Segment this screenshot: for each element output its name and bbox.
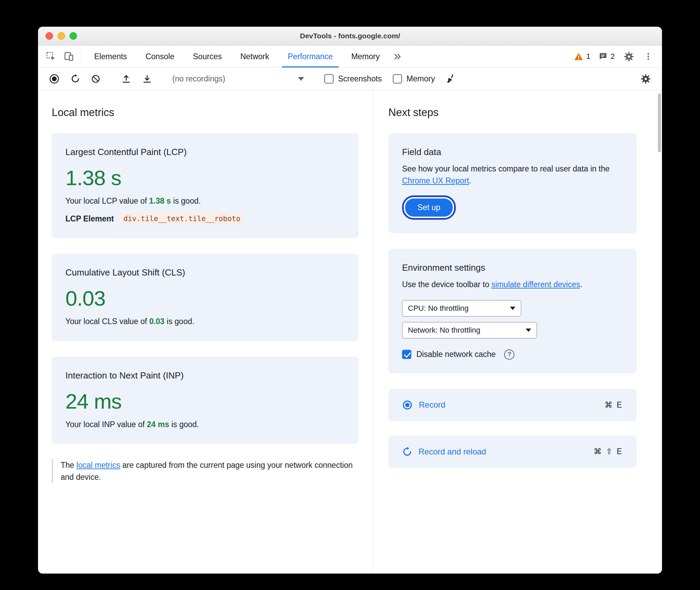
clear-button[interactable] xyxy=(87,74,104,84)
setup-button-focus-ring: Set up xyxy=(402,195,456,220)
memory-checkbox[interactable] xyxy=(393,74,402,84)
cpu-throttle-value: CPU: No throttling xyxy=(408,304,468,313)
record-row[interactable]: Record ⌘ E xyxy=(388,389,637,421)
block-icon xyxy=(91,74,100,84)
lcp-value: 1.38 s xyxy=(65,166,345,190)
warnings-button[interactable]: 1 xyxy=(571,52,593,61)
chevron-down-icon xyxy=(510,307,515,310)
record-and-reload-row[interactable]: Record and reload ⌘ ⇧ E xyxy=(388,436,637,468)
simulate-devices-link[interactable]: simulate different devices xyxy=(491,280,580,289)
device-toolbar-button[interactable] xyxy=(60,46,78,67)
screenshots-label: Screenshots xyxy=(338,74,382,84)
tab-sources[interactable]: Sources xyxy=(184,46,231,67)
lcp-element-link[interactable]: div.tile__text.tile__roboto xyxy=(120,213,243,225)
environment-settings-description: Use the device toolbar to simulate diffe… xyxy=(402,279,616,291)
disable-cache-label: Disable network cache xyxy=(416,350,496,359)
issues-button[interactable]: 2 xyxy=(596,52,618,61)
broom-icon xyxy=(446,74,456,84)
lcp-element-row: LCP Element div.tile__text.tile__roboto xyxy=(65,213,345,225)
cls-value: 0.03 xyxy=(65,286,345,310)
cls-title: Cumulative Layout Shift (CLS) xyxy=(65,267,345,278)
performance-toolbar: (no recordings) Screenshots Memory xyxy=(38,68,662,90)
download-icon xyxy=(142,74,152,84)
local-metrics-note: The local metrics are captured from the … xyxy=(52,459,359,483)
collect-garbage-button[interactable] xyxy=(442,74,460,84)
chrome-ux-report-link[interactable]: Chrome UX Report xyxy=(402,176,469,185)
tab-elements[interactable]: Elements xyxy=(85,46,136,67)
lcp-description: Your local LCP value of 1.38 s is good. xyxy=(65,195,345,207)
tab-console[interactable]: Console xyxy=(136,46,184,67)
record-radio-icon xyxy=(402,400,413,410)
inp-card: Interaction to Next Paint (INP) 24 ms Yo… xyxy=(52,357,359,444)
record-icon xyxy=(49,74,60,84)
record-button[interactable] xyxy=(45,74,64,84)
local-metrics-pane: Local metrics Largest Contentful Paint (… xyxy=(38,90,373,574)
recordings-select-value: (no recordings) xyxy=(172,74,225,84)
chevron-double-right-icon xyxy=(393,52,402,61)
reload-icon xyxy=(402,447,412,457)
memory-option[interactable]: Memory xyxy=(389,74,439,84)
window-title: DevTools - fonts.google.com/ xyxy=(300,32,400,40)
network-throttle-select[interactable]: Network: No throttling xyxy=(402,322,537,338)
inp-value: 24 ms xyxy=(65,389,345,413)
tab-memory[interactable]: Memory xyxy=(342,46,389,67)
device-toolbar-icon xyxy=(64,51,74,62)
save-profile-button[interactable] xyxy=(138,74,156,84)
recordings-select[interactable]: (no recordings) xyxy=(169,74,308,84)
minimize-window-button[interactable] xyxy=(58,32,65,40)
reload-icon xyxy=(71,74,80,84)
devtools-window: DevTools - fonts.google.com/ Elements C xyxy=(38,27,662,574)
local-metrics-heading: Local metrics xyxy=(52,106,359,119)
setup-button[interactable]: Set up xyxy=(405,198,453,217)
inspect-button[interactable] xyxy=(42,46,60,67)
zoom-window-button[interactable] xyxy=(70,32,77,40)
devtools-menu-button[interactable] xyxy=(640,52,657,61)
devtools-settings-button[interactable] xyxy=(620,51,638,62)
screenshots-checkbox[interactable] xyxy=(324,74,334,84)
tab-performance[interactable]: Performance xyxy=(278,46,342,67)
warning-count: 1 xyxy=(586,52,590,61)
inspect-icon xyxy=(46,51,56,62)
throttle-selects: CPU: No throttling Network: No throttlin… xyxy=(402,300,623,338)
more-tabs-button[interactable] xyxy=(389,46,406,67)
cls-description: Your local CLS value of 0.03 is good. xyxy=(65,316,345,327)
issues-icon xyxy=(599,52,608,61)
kebab-menu-icon xyxy=(644,52,653,61)
record-action: Record xyxy=(402,400,445,410)
screenshots-option[interactable]: Screenshots xyxy=(320,74,386,84)
disable-cache-option[interactable]: Disable network cache xyxy=(402,349,623,360)
gear-icon xyxy=(624,51,634,62)
reload-record-button[interactable] xyxy=(66,74,84,84)
issue-count: 2 xyxy=(611,52,615,61)
load-profile-button[interactable] xyxy=(117,74,135,84)
traffic-lights xyxy=(46,27,77,45)
disable-cache-checkbox[interactable] xyxy=(402,350,411,359)
titlebar: DevTools - fonts.google.com/ xyxy=(38,27,662,46)
record-shortcut: ⌘ E xyxy=(604,400,623,410)
tabbar-right-controls: 1 2 xyxy=(571,46,657,67)
close-window-button[interactable] xyxy=(46,32,53,40)
record-and-reload-shortcut: ⌘ ⇧ E xyxy=(594,447,623,456)
warning-icon xyxy=(574,52,583,61)
panel-tabs: Elements Console Sources Network Perform… xyxy=(85,46,406,67)
inp-description: Your local INP value of 24 ms is good. xyxy=(65,419,345,430)
upload-icon xyxy=(121,74,131,84)
scrollbar-thumb[interactable] xyxy=(658,93,661,152)
field-data-title: Field data xyxy=(402,147,623,157)
tab-network[interactable]: Network xyxy=(231,46,278,67)
cpu-throttle-select[interactable]: CPU: No throttling xyxy=(402,300,521,317)
local-metrics-link[interactable]: local metrics xyxy=(76,461,120,470)
gear-icon xyxy=(640,74,651,84)
field-data-description: See how your local metrics compare to re… xyxy=(402,163,616,187)
next-steps-heading: Next steps xyxy=(388,106,637,119)
cls-card: Cumulative Layout Shift (CLS) 0.03 Your … xyxy=(52,254,359,341)
lcp-title: Largest Contentful Paint (LCP) xyxy=(65,147,345,157)
divider xyxy=(81,50,82,63)
lcp-card: Largest Contentful Paint (LCP) 1.38 s Yo… xyxy=(52,133,359,238)
inp-title: Interaction to Next Paint (INP) xyxy=(65,370,345,381)
help-icon[interactable] xyxy=(504,349,514,360)
next-steps-pane: Next steps Field data See how your local… xyxy=(373,90,662,574)
record-and-reload-action: Record and reload xyxy=(402,447,486,457)
environment-settings-card: Environment settings Use the device tool… xyxy=(388,249,637,373)
capture-settings-button[interactable] xyxy=(636,74,655,84)
